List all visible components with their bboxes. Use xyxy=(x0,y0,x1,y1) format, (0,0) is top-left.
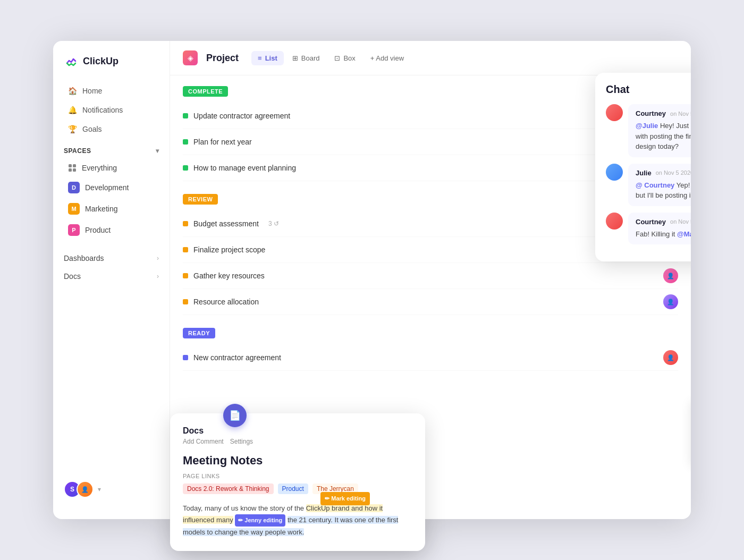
settings-link[interactable]: Settings xyxy=(230,438,253,445)
task-left: Budget assessment 3 ↺ xyxy=(183,219,279,228)
sidebar-item-development[interactable]: D Development xyxy=(57,177,165,198)
task-item[interactable]: New contractor agreement 👤 xyxy=(183,345,678,371)
chat-time-2: on Nov 5 2020 at 2:50 pm xyxy=(656,169,691,176)
chat-meta-1: Courtney on Nov 5 2020 at 1:50 pm xyxy=(636,109,691,117)
sidebar-item-dashboards[interactable]: Dashboards › xyxy=(57,249,165,267)
task-dot-blue xyxy=(183,355,188,360)
chat-author-3: Courtney xyxy=(636,218,666,226)
task-name: Budget assessment xyxy=(193,219,259,228)
mention-marci-2: @Marci xyxy=(677,230,691,238)
chat-meta-2: Julie on Nov 5 2020 at 2:50 pm xyxy=(636,169,691,177)
task-name: Plan for next year xyxy=(193,138,252,146)
sidebar-item-home[interactable]: 🏠 Home xyxy=(57,82,165,100)
sidebar-item-product[interactable]: P Product xyxy=(57,220,165,240)
development-badge: D xyxy=(68,182,80,193)
user-menu-chevron[interactable]: ▾ xyxy=(98,486,101,493)
tab-box[interactable]: ⊡ Box xyxy=(328,51,361,65)
board-tab-label: Board xyxy=(301,54,320,62)
spaces-section-header: Spaces ▾ xyxy=(53,139,170,159)
sidebar-item-marketing[interactable]: M Marketing xyxy=(57,199,165,219)
docs-actions: Add Comment Settings xyxy=(183,438,412,445)
everything-grid-icon xyxy=(68,164,77,172)
task-count: 3 ↺ xyxy=(268,220,279,227)
svg-rect-4 xyxy=(73,168,76,172)
chat-meta-3: Courtney on Nov 5 2020 at 3:15 pm xyxy=(636,218,691,226)
section-header-ready: READY xyxy=(183,328,678,338)
task-left: Gather key resources xyxy=(183,271,265,280)
task-left: Update contractor agreement xyxy=(183,112,290,120)
docs-panel: 📄 Docs Add Comment Settings Meeting Note… xyxy=(170,413,425,551)
add-view-button[interactable]: + Add view xyxy=(364,51,410,65)
docs-page-title: Meeting Notes xyxy=(183,454,412,468)
page-link-chips: Docs 2.0: Rework & Thinking Product The … xyxy=(183,483,412,494)
view-tabs: ≡ List ⊞ Board ⊡ Box + Add view xyxy=(251,51,410,65)
chat-message-1: Courtney on Nov 5 2020 at 1:50 pm @Julie… xyxy=(606,104,691,157)
main-header: ◈ Project ≡ List ⊞ Board ⊡ Box + Add vie… xyxy=(170,41,691,75)
assignee-avatar: 👤 xyxy=(663,268,678,283)
logo[interactable]: ClickUp xyxy=(53,54,170,81)
board-tab-icon: ⊞ xyxy=(292,54,298,62)
home-label: Home xyxy=(82,87,102,95)
mention-courtney: @ Courtney xyxy=(636,181,674,189)
chat-time-1: on Nov 5 2020 at 1:50 pm xyxy=(670,111,691,117)
sidebar-item-everything[interactable]: Everything xyxy=(57,159,165,176)
svg-rect-1 xyxy=(69,164,72,167)
status-badge-review: REVIEW xyxy=(183,194,218,205)
assignee-avatar: 👤 xyxy=(663,350,678,365)
chat-text-3: Fab! Killing it @Marci 😊 xyxy=(636,229,691,240)
sidebar-item-goals[interactable]: 🏆 Goals xyxy=(57,120,165,138)
mark-editing-button[interactable]: ✏ Mark editing xyxy=(320,492,370,505)
box-tab-icon: ⊡ xyxy=(334,54,340,62)
chat-avatar-courtney-2 xyxy=(606,213,623,230)
add-comment-link[interactable]: Add Comment xyxy=(183,438,224,445)
chat-bubble-2: Julie on Nov 5 2020 at 2:50 pm @ Courtne… xyxy=(628,164,691,206)
chat-author-2: Julie xyxy=(636,169,652,177)
chat-bubble-3: Courtney on Nov 5 2020 at 3:15 pm Fab! K… xyxy=(628,213,691,245)
chat-avatar-courtney xyxy=(606,104,623,121)
avatar-user-2: 👤 xyxy=(77,481,94,498)
marketing-badge: M xyxy=(68,203,80,215)
notifications-icon: 🔔 xyxy=(68,106,77,114)
chat-avatar-julie xyxy=(606,164,623,181)
chat-text-1: @Julie Hey! Just checking if you're stil… xyxy=(636,121,691,152)
logo-icon xyxy=(64,54,79,69)
sidebar-footer: S 👤 ▾ xyxy=(53,472,170,506)
task-left: How to manage event planning xyxy=(183,164,296,172)
sidebar-item-docs[interactable]: Docs › xyxy=(57,267,165,285)
task-item[interactable]: Gather key resources 👤 xyxy=(183,263,678,289)
marketing-label: Marketing xyxy=(85,205,117,213)
user-avatars: S 👤 xyxy=(64,481,94,498)
logo-text: ClickUp xyxy=(83,56,119,67)
tab-board[interactable]: ⊞ Board xyxy=(286,51,326,65)
add-view-label: + Add view xyxy=(370,54,404,62)
list-tab-label: List xyxy=(265,54,277,62)
status-badge-ready: READY xyxy=(183,328,215,338)
task-dot-green xyxy=(183,113,188,118)
task-name: New contractor agreement xyxy=(193,353,281,362)
project-icon: ◈ xyxy=(183,50,198,65)
sidebar-item-notifications[interactable]: 🔔 Notifications xyxy=(57,101,165,119)
task-dot-yellow xyxy=(183,273,188,278)
docs-icon-button[interactable]: 📄 xyxy=(223,404,247,427)
status-badge-complete: COMPLETE xyxy=(183,86,228,97)
docs-header: Docs xyxy=(183,426,412,436)
spaces-chevron-icon[interactable]: ▾ xyxy=(156,147,159,155)
tab-list[interactable]: ≡ List xyxy=(251,51,284,65)
task-item[interactable]: Resource allocation 👤 xyxy=(183,289,678,315)
docs-chevron-icon: › xyxy=(157,273,159,280)
assignee-avatar: 👤 xyxy=(663,294,678,309)
chat-text-2: @ Courtney Yep! @Marci jumped in to help… xyxy=(636,180,691,201)
spaces-label: Spaces xyxy=(64,147,91,155)
development-label: Development xyxy=(85,183,129,192)
task-dot-yellow xyxy=(183,299,188,304)
docs-page-links-label: PAGE LINKS xyxy=(183,473,412,479)
chat-time-3: on Nov 5 2020 at 3:15 pm xyxy=(670,218,691,225)
sidebar: ClickUp 🏠 Home 🔔 Notifications 🏆 Goals S… xyxy=(53,41,170,519)
box-tab-label: Box xyxy=(343,54,355,62)
docs-label: Docs xyxy=(64,272,81,281)
notifications-label: Notifications xyxy=(82,106,123,114)
task-left: Plan for next year xyxy=(183,138,252,146)
page-link-2[interactable]: Product xyxy=(278,483,308,494)
task-dot-green xyxy=(183,139,188,145)
page-link-1[interactable]: Docs 2.0: Rework & Thinking xyxy=(183,483,274,494)
